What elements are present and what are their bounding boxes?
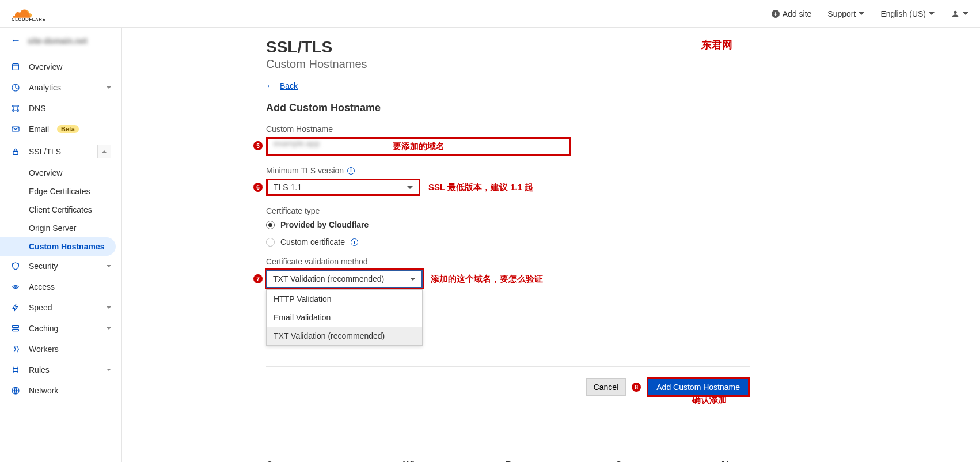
- main-content: 东君网 SSL/TLS Custom Hostnames ← Back Add …: [122, 28, 980, 462]
- dns-icon: [10, 103, 21, 113]
- caret-down-icon: [859, 12, 864, 15]
- svg-point-1: [954, 10, 956, 13]
- support-menu[interactable]: Support: [827, 9, 864, 18]
- chevron-down-icon: [107, 86, 111, 89]
- validation-select[interactable]: TXT Validation (recommended): [266, 270, 423, 288]
- access-icon: [10, 282, 21, 292]
- beta-badge: Beta: [57, 125, 79, 133]
- radio-input[interactable]: [266, 221, 275, 229]
- tls-label-text: Minimum TLS version: [266, 166, 344, 175]
- ssl-edge-certificates[interactable]: Edge Certificates: [0, 182, 121, 200]
- ssl-origin-server[interactable]: Origin Server: [0, 219, 121, 237]
- cloudflare-logo[interactable]: CLOUDFLARE: [12, 6, 63, 22]
- collapse-button[interactable]: [97, 145, 111, 158]
- annotation-badge-7: 7: [253, 274, 263, 283]
- ssl-client-certificates[interactable]: Client Certificates: [0, 200, 121, 219]
- nav-label: Network: [29, 386, 58, 395]
- nav-analytics[interactable]: Analytics: [0, 77, 121, 98]
- hostname-group: Custom Hostname 5 example.app 要添加的域名: [266, 124, 963, 156]
- add-site-button[interactable]: + Add site: [772, 9, 812, 18]
- nav-email[interactable]: EmailBeta: [0, 119, 121, 139]
- lock-icon: [10, 146, 21, 157]
- nav-dns[interactable]: DNS: [0, 98, 121, 119]
- user-icon: [951, 9, 960, 18]
- hostname-input[interactable]: example.app 要添加的域名: [266, 137, 571, 156]
- nav-label: Access: [29, 282, 55, 291]
- tls-select[interactable]: TLS 1.1: [266, 179, 420, 196]
- ssl-overview[interactable]: Overview: [0, 164, 121, 182]
- page-title: SSL/TLS: [266, 38, 963, 56]
- svg-text:CLOUDFLARE: CLOUDFLARE: [12, 17, 45, 22]
- option-txt[interactable]: TXT Validation (recommended): [267, 327, 422, 345]
- nav-speed[interactable]: Speed: [0, 297, 121, 318]
- nav-network[interactable]: Network: [0, 380, 121, 401]
- shield-icon: [10, 261, 21, 271]
- speed-icon: [10, 302, 21, 313]
- nav-workers[interactable]: Workers: [0, 339, 121, 359]
- radio-label: Provided by Cloudflare: [280, 220, 369, 229]
- language-menu[interactable]: English (US): [880, 9, 935, 18]
- account-menu[interactable]: [951, 9, 968, 18]
- radio-cloudflare[interactable]: Provided by Cloudflare: [266, 220, 963, 229]
- add-site-label: Add site: [783, 9, 812, 18]
- svg-point-8: [17, 110, 19, 112]
- annotation-text: SSL 最低版本，建议 1.1 起: [428, 182, 533, 193]
- nav-label: Caching: [29, 324, 58, 333]
- chevron-down-icon: [107, 369, 111, 371]
- nav-overview[interactable]: Overview: [0, 56, 121, 77]
- nav-label: Rules: [29, 365, 50, 374]
- caret-down-icon: [410, 278, 416, 281]
- nav-access[interactable]: Access: [0, 277, 121, 297]
- add-hostname-button[interactable]: Add Custom Hostname: [647, 377, 750, 397]
- nav-label: Speed: [29, 303, 52, 312]
- plus-icon: +: [772, 10, 780, 18]
- svg-point-6: [17, 105, 19, 107]
- radio-custom[interactable]: Custom certificate i: [266, 237, 963, 247]
- back-link-text[interactable]: Back: [280, 81, 298, 90]
- site-name: site-domain.net: [28, 36, 87, 46]
- info-icon[interactable]: i: [351, 238, 358, 246]
- tls-value: TLS 1.1: [274, 183, 302, 192]
- nav-label: SSL/TLS: [29, 147, 61, 156]
- cert-type-label: Certificate type: [266, 206, 963, 215]
- chevron-down-icon: [107, 327, 111, 330]
- annotation-text: 要添加的域名: [393, 141, 445, 152]
- email-icon: [10, 124, 21, 134]
- option-http[interactable]: HTTP Validation: [267, 290, 422, 308]
- annotation-badge-5: 5: [253, 141, 263, 150]
- svg-rect-2: [13, 64, 19, 70]
- validation-label: Certificate validation method: [266, 257, 963, 266]
- svg-rect-10: [13, 151, 18, 154]
- nav-rules[interactable]: Rules: [0, 359, 121, 380]
- overview-icon: [10, 62, 21, 72]
- radio-input[interactable]: [266, 238, 275, 247]
- svg-rect-12: [13, 325, 19, 327]
- nav-security[interactable]: Security: [0, 256, 121, 277]
- topbar: CLOUDFLARE + Add site Support English (U…: [0, 0, 980, 28]
- caret-down-icon: [929, 12, 935, 15]
- ssl-submenu: Overview Edge Certificates Client Certif…: [0, 164, 121, 256]
- topbar-right: + Add site Support English (US): [772, 9, 968, 18]
- back-link[interactable]: ← Back: [266, 81, 963, 90]
- page-subtitle: Custom Hostnames: [266, 58, 963, 71]
- support-label: Support: [827, 9, 856, 18]
- option-email[interactable]: Email Validation: [267, 308, 422, 327]
- nav-label: Overview: [29, 62, 62, 71]
- annotation-text: 确认添加: [692, 395, 727, 406]
- nav-label: DNS: [29, 104, 46, 113]
- site-selector[interactable]: ← site-domain.net: [0, 28, 121, 54]
- cancel-button[interactable]: Cancel: [586, 378, 626, 396]
- validation-value: TXT Validation (recommended): [273, 274, 384, 283]
- info-icon[interactable]: i: [347, 167, 355, 175]
- back-arrow-icon[interactable]: ←: [10, 35, 21, 47]
- svg-point-7: [13, 110, 14, 112]
- annotation-badge-8: 8: [632, 383, 641, 392]
- footer: Contact Contact support Contact sales Ca…: [266, 443, 750, 462]
- back-arrow-icon: ←: [266, 81, 274, 90]
- ssl-custom-hostnames[interactable]: Custom Hostnames: [0, 237, 116, 256]
- nav-caching[interactable]: Caching: [0, 318, 121, 339]
- nav-ssl[interactable]: SSL/TLS: [0, 139, 121, 164]
- nav-label: Workers: [29, 344, 59, 354]
- hostname-value: example.app: [274, 139, 320, 148]
- radio-label: Custom certificate: [280, 237, 345, 247]
